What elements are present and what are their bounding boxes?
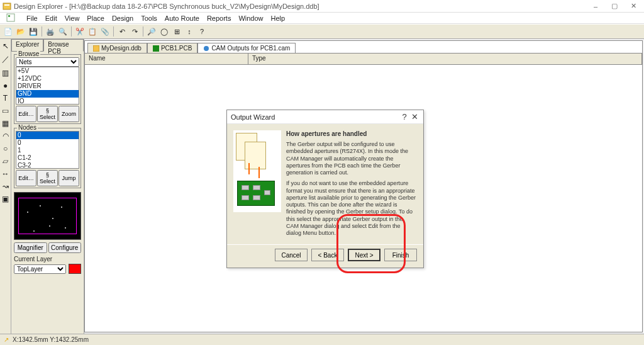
undo-icon[interactable]: ↶ <box>116 26 128 37</box>
layer-swatch[interactable] <box>69 264 81 274</box>
maximize-button[interactable]: ▢ <box>608 1 621 12</box>
title-bar: Design Explorer - [H:\@Backup data 18-2-… <box>0 0 644 13</box>
browse-combo[interactable]: Nets <box>16 57 79 67</box>
vertical-toolstrip: ↖ ／ ▥ ● T ▭ ▦ ◠ ○ ▱ ↔ ↝ ▣ <box>0 39 11 334</box>
cam-icon <box>203 45 209 52</box>
cursor-tool-icon[interactable]: ↖ <box>3 42 9 50</box>
route-tool-icon[interactable]: ↝ <box>3 182 9 191</box>
nets-select-button[interactable]: § Select <box>37 106 58 122</box>
menu-bar: File Edit View Place Design Tools Auto R… <box>0 13 644 24</box>
close-button[interactable]: ✕ <box>626 1 640 12</box>
menu-tools[interactable]: Tools <box>141 14 157 22</box>
wizard-close-button[interactable]: ✕ <box>409 112 419 122</box>
doctab-mydesign[interactable]: MyDesign.ddb <box>87 43 147 53</box>
doctab-cam[interactable]: CAM Outputs for PCB1.cam <box>197 43 296 53</box>
menu-design[interactable]: Design <box>112 14 133 22</box>
menu-reports[interactable]: Reports <box>207 14 231 22</box>
menu-view[interactable]: View <box>65 14 80 22</box>
ortho-icon[interactable]: ↕ <box>184 26 195 37</box>
pcb-preview[interactable] <box>14 192 81 240</box>
open-icon[interactable]: 📂 <box>15 26 26 37</box>
menu-help[interactable]: Help <box>271 14 286 22</box>
nodes-jump-button[interactable]: Jump <box>58 170 79 186</box>
line-tool-icon[interactable]: ／ <box>2 54 9 65</box>
list-header: Name Type <box>85 54 642 65</box>
svg-rect-0 <box>3 3 11 9</box>
nodes-label: Nodes <box>17 124 38 131</box>
cursor-status-icon: ↗ <box>4 336 9 343</box>
svg-rect-2 <box>7 14 14 21</box>
comp-tool-icon[interactable]: ▣ <box>2 195 9 203</box>
snap-icon[interactable]: ⊞ <box>171 26 182 37</box>
nodes-group: Nodes 0 0 1 C1-2 C3-2 C4-2 C5-2 C6-2 Edi… <box>14 128 81 188</box>
nets-zoom-button[interactable]: Zoom <box>58 106 79 122</box>
configure-button[interactable]: Configure <box>48 242 82 253</box>
svg-point-6 <box>204 46 209 51</box>
current-layer-label: Current Layer <box>14 256 81 263</box>
app-icon <box>3 2 11 11</box>
left-panel: Explorer Browse PCB Browse Nets +5V +12V… <box>11 39 84 334</box>
tab-browse-pcb[interactable]: Browse PCB <box>43 39 84 52</box>
circle-tool-icon[interactable]: ○ <box>3 144 8 153</box>
dim-tool-icon[interactable]: ↔ <box>2 169 9 178</box>
svg-rect-3 <box>8 15 10 17</box>
wizard-p1: The Gerber output will be configured to … <box>286 141 417 176</box>
col-name[interactable]: Name <box>85 54 248 64</box>
redo-icon[interactable]: ↷ <box>129 26 140 37</box>
paste-icon[interactable]: 📎 <box>99 26 111 37</box>
cut-icon[interactable]: ✂️ <box>74 26 86 37</box>
designdb-icon <box>93 45 99 52</box>
menu-autoroute[interactable]: Auto Route <box>165 14 199 22</box>
save-icon[interactable]: 💾 <box>28 26 39 37</box>
nodes-select-button[interactable]: § Select <box>37 170 58 186</box>
zoomfit-icon[interactable]: 🔍 <box>57 26 69 37</box>
browse-label: Browse <box>17 50 40 57</box>
rect-tool-icon[interactable]: ▭ <box>2 106 9 115</box>
menu-file[interactable]: File <box>26 14 38 22</box>
annotation-highlight <box>336 214 406 273</box>
circle-icon[interactable]: ◯ <box>158 26 170 37</box>
nets-list[interactable]: +5V +12VDC DRIVER GND IO NetIC1_4 NetIC1… <box>16 67 79 105</box>
nodes-list[interactable]: 0 0 1 C1-2 C3-2 C4-2 C5-2 C6-2 <box>16 131 79 169</box>
svg-rect-1 <box>4 4 9 6</box>
via-tool-icon[interactable]: ● <box>3 81 8 90</box>
text-tool-icon[interactable]: T <box>3 94 8 103</box>
minimize-button[interactable]: – <box>589 1 602 12</box>
arc-tool-icon[interactable]: ◠ <box>3 132 9 140</box>
doc-icon <box>6 13 15 23</box>
pcb-icon <box>153 45 159 52</box>
new-icon[interactable]: 📄 <box>3 26 14 37</box>
copy-icon[interactable]: 📋 <box>87 26 98 37</box>
doctab-pcb1[interactable]: PCB1.PCB <box>147 43 197 53</box>
wizard-image <box>233 130 281 212</box>
svg-rect-5 <box>153 45 159 52</box>
print-icon[interactable]: 🖨️ <box>45 26 56 37</box>
status-bar: ↗ X:1342.5mm Y:1432.25mm <box>0 334 644 345</box>
layer-combo[interactable]: TopLayer <box>14 264 66 274</box>
wizard-heading: How apertures are handled <box>286 130 417 137</box>
nodes-edit-button[interactable]: Edit… <box>16 170 36 186</box>
help-icon[interactable]: ? <box>196 26 208 37</box>
magnify-icon[interactable]: 🔎 <box>146 26 157 37</box>
fill-tool-icon[interactable]: ▦ <box>2 119 9 128</box>
toolbar: 📄 📂 💾 🖨️ 🔍 ✂️ 📋 📎 ↶ ↷ 🔎 ◯ ⊞ ↕ ? <box>0 24 644 39</box>
menu-window[interactable]: Window <box>238 14 263 22</box>
svg-rect-4 <box>93 45 99 52</box>
pad-tool-icon[interactable]: ▥ <box>2 69 9 77</box>
col-type[interactable]: Type <box>248 54 642 64</box>
tab-explorer[interactable]: Explorer <box>11 39 43 52</box>
nets-edit-button[interactable]: Edit… <box>16 106 36 122</box>
wizard-cancel-button[interactable]: Cancel <box>275 249 308 261</box>
wizard-title: Output Wizard <box>231 113 399 121</box>
menu-edit[interactable]: Edit <box>45 14 57 22</box>
window-title: Design Explorer - [H:\@Backup data 18-2-… <box>14 3 589 10</box>
browse-group: Browse Nets +5V +12VDC DRIVER GND IO Net… <box>14 54 81 124</box>
poly-tool-icon[interactable]: ▱ <box>3 157 8 166</box>
wizard-help-button[interactable]: ? <box>399 112 409 122</box>
menu-place[interactable]: Place <box>87 14 104 22</box>
status-coords: X:1342.5mm Y:1432.25mm <box>13 336 89 343</box>
magnifier-button[interactable]: Magnifier <box>14 242 47 253</box>
